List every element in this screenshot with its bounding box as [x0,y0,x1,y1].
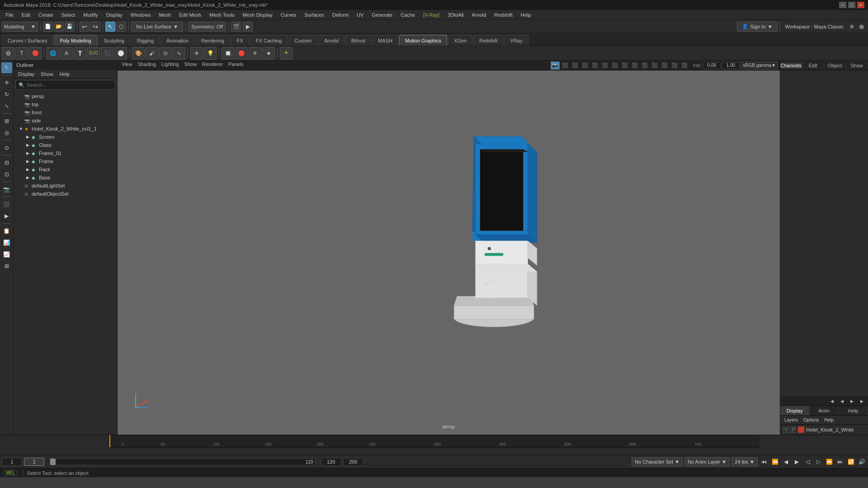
disp-tab-anim[interactable]: Anim [810,406,839,415]
shelf-icon-4[interactable]: 🌐 [47,47,59,60]
menu-mesh-tools[interactable]: Mesh Tools [206,11,238,19]
vp-exposure-input[interactable] [703,62,721,69]
search-input[interactable] [27,82,112,88]
open-file-button[interactable]: 📂 [54,22,64,32]
editor-left[interactable]: 📋 [1,225,12,236]
tree-item-top[interactable]: 📷 top [14,100,117,108]
outliner-menu-show[interactable]: Show [38,71,56,77]
vp-shading-8[interactable]: ⬛ [680,61,689,70]
shelf-plus-icon[interactable]: + [280,47,292,60]
vp-menu-show[interactable]: Show [182,61,199,70]
vp-gamma-input[interactable] [722,62,740,69]
tab-sculpting[interactable]: Sculpting [98,35,130,46]
tab-curves-surfaces[interactable]: Curves / Surfaces [2,35,53,46]
no-anim-layer-dropdown[interactable]: No Anim Layer ▼ [684,457,730,466]
tree-item-base[interactable]: ▶ ◆ Base [14,174,117,182]
start-frame-input[interactable] [2,458,22,466]
editor2-left[interactable]: 📊 [1,237,12,248]
tree-item-front[interactable]: 📷 front [14,108,117,117]
tab-rigging[interactable]: Rigging [131,35,160,46]
modeling-mode-dropdown[interactable]: Modeling ▼ [2,22,38,32]
shelf-light-icon[interactable]: 💡 [204,47,217,60]
tab-fx[interactable]: FX [231,35,249,46]
shelf-cube-icon[interactable]: ⬛ [101,47,113,60]
shelf-curve-icon[interactable]: ∿ [173,47,185,60]
shelf-color-icon[interactable]: 🎨 [132,47,145,60]
fps-dropdown[interactable]: 24 fps ▼ [731,457,758,466]
disp-sub-layers[interactable]: Layers [782,417,800,423]
tab-redshift[interactable]: Redshift [473,35,503,46]
disp-sub-options[interactable]: Options [801,417,821,423]
menu-edit-mesh[interactable]: Edit Mesh [175,11,205,19]
ipr-button[interactable]: ▶ [243,22,253,32]
shelf-svg-icon[interactable]: SVG [87,47,100,60]
close-button[interactable]: ✕ [857,2,864,8]
layer-row-kiosk[interactable]: V P Hotel_Kiosk_2_White [780,425,868,435]
shelf-particle-icon[interactable]: ✳ [249,47,261,60]
tab-bifrost[interactable]: Bifrost [345,35,371,46]
shelf-star-icon[interactable]: ★ [262,47,275,60]
tab-custom[interactable]: Custom [288,35,317,46]
vp-shading-1[interactable]: ⬛ [610,61,619,70]
tab-animation[interactable]: Animation [160,35,194,46]
no-live-surface-badge[interactable]: No Live Surface ▼ [131,22,183,32]
shelf-paint-icon[interactable]: 🖌 [146,47,158,60]
current-frame-input[interactable] [24,458,44,466]
channel-tab-channels[interactable]: Channels [780,63,802,68]
range-end-input[interactable] [321,458,341,466]
vp-camera-btn[interactable]: 📷 [551,61,560,70]
tab-motion-graphics[interactable]: Motion Graphics [399,35,447,46]
vp-shading-2[interactable]: ⬛ [620,61,629,70]
tree-item-glass[interactable]: ▶ ◆ Glass [14,141,117,149]
vp-shading-5[interactable]: ⬛ [650,61,659,70]
shelf-sphere-icon[interactable]: ⚪ [114,47,127,60]
render-seq-left[interactable]: ▶ [1,211,12,221]
menu-create[interactable]: Create [35,11,57,19]
save-file-button[interactable]: 💾 [65,22,75,32]
shelf-icon-5[interactable]: A [60,47,73,60]
menu-display[interactable]: Display [103,11,126,19]
rp-arrow-right[interactable]: ▶ [847,397,856,405]
editor4-left[interactable]: ⊞ [1,261,12,272]
workspace-grid-btn[interactable]: ⊞ [847,22,856,31]
pb-next-frame-btn[interactable]: ▷ [814,457,823,466]
menu-arnold[interactable]: Arnold [468,11,490,19]
menu-file[interactable]: File [2,11,17,19]
menu-redshift[interactable]: Redshift [491,11,516,19]
menu-curves[interactable]: Curves [277,11,300,19]
menu-select[interactable]: Select [58,11,79,19]
max-end-input[interactable] [343,458,363,466]
render-region-left[interactable]: ⬛ [1,199,12,210]
menu-generate[interactable]: Generate [368,11,396,19]
tab-arnold[interactable]: Arnold [318,35,344,46]
tree-item-object-set[interactable]: ⊙ defaultObjectSet [14,190,117,198]
vp-shading-3[interactable]: ⬛ [630,61,639,70]
tab-poly-modeling[interactable]: Poly Modeling [54,35,97,46]
menu-help[interactable]: Help [517,11,535,19]
vp-gamma-dropdown[interactable]: sRGB gamma ▼ [741,61,778,70]
pb-begin-btn[interactable]: ⏮ [760,457,769,466]
tree-item-side[interactable]: 📷 side [14,117,117,125]
minimize-button[interactable]: ─ [839,2,846,8]
undo-button[interactable]: ↩ [80,22,90,32]
menu-3dtoall[interactable]: 3DtoAll [444,11,467,19]
lasso-tool-button[interactable]: ⬡ [116,22,126,32]
editor3-left[interactable]: 📈 [1,249,12,260]
menu-modify[interactable]: Modify [80,11,101,19]
tree-item-persp[interactable]: 📷 persp [14,92,117,100]
rotate-tool-left[interactable]: ↻ [1,89,12,100]
pb-play-btn[interactable]: ▶ [792,457,801,466]
select-tool-left[interactable]: ↖ [1,62,12,73]
timeline-ruler[interactable]: // ticks rendered via CSS 0 50 100 150 2… [108,435,760,448]
shelf-move-icon[interactable]: ✛ [190,47,203,60]
channel-tab-object[interactable]: Object [824,63,846,68]
vp-icon-4[interactable]: ⬛ [590,61,599,70]
sign-in-button[interactable]: 👤 Sign In ▼ [737,22,777,32]
vp-menu-lighting[interactable]: Lighting [159,61,181,70]
new-file-button[interactable]: 📄 [43,22,53,32]
scale-tool-left[interactable]: ⤡ [1,101,12,112]
menu-windows[interactable]: Windows [127,11,155,19]
tab-mash[interactable]: MASH [372,35,398,46]
menu-deform[interactable]: Deform [329,11,352,19]
shelf-icon-3[interactable]: 🔴 [29,47,42,60]
